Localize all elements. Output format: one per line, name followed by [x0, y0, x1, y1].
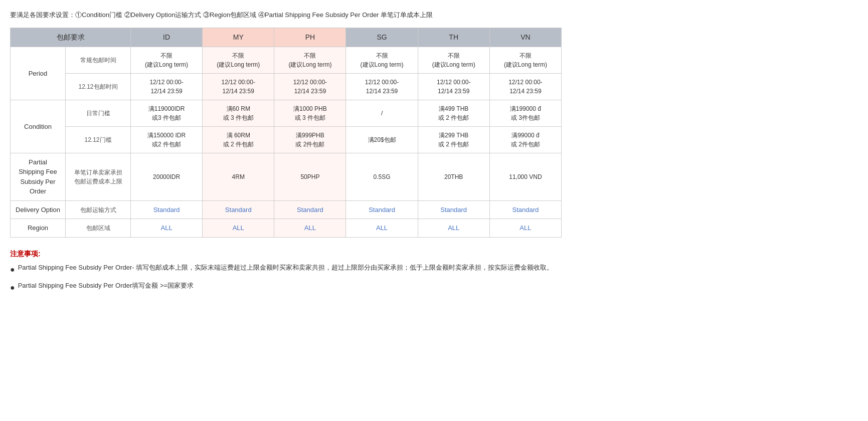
note-text: Partial Shipping Fee Subsidy Per Order- … — [18, 263, 554, 273]
bullet-icon: ● — [10, 281, 15, 294]
row-value-th: Standard — [418, 200, 489, 219]
row-value-sg: 0.5SG — [346, 153, 418, 200]
notes-title: 注意事项: — [10, 250, 562, 259]
notes-list: ●Partial Shipping Fee Subsidy Per Order-… — [10, 263, 562, 294]
bullet-icon: ● — [10, 263, 15, 276]
table-row: 12.12门槛满150000 IDR 或2 件包邮满 60RM 或 2 件包邮满… — [11, 126, 562, 153]
header-col-label: 包邮要求 — [11, 28, 131, 47]
row-value-th: 满499 THB 或 2 件包邮 — [418, 100, 489, 126]
row-value-my: Standard — [203, 200, 274, 219]
row-main-label: Region — [11, 219, 66, 238]
row-value-th: 12/12 00:00- 12/14 23:59 — [418, 73, 489, 100]
row-value-ph: Standard — [274, 200, 346, 219]
row-main-label: Period — [11, 47, 66, 100]
notes-item: ●Partial Shipping Fee Subsidy Per Order-… — [10, 263, 562, 276]
row-value-th: 满299 THB 或 2 件包邮 — [418, 126, 489, 153]
table-row: Partial Shipping Fee Subsidy Per Order单笔… — [11, 153, 562, 200]
row-main-label: Delivery Option — [11, 200, 66, 219]
table-row: Condition日常门槛满119000IDR 或3 件包邮满60 RM 或 3… — [11, 100, 562, 126]
row-value-sg: 满20$包邮 — [346, 126, 418, 153]
row-value-sg: / — [346, 100, 418, 126]
row-value-vn: Standard — [489, 200, 561, 219]
row-sub-label: 单笔订单卖家承担 包邮运费成本上限 — [66, 153, 131, 200]
header-col-vn: VN — [489, 28, 561, 47]
row-value-th: ALL — [418, 219, 489, 238]
table-row: Region包邮区域ALLALLALLALLALLALL — [11, 219, 562, 238]
header-col-id: ID — [131, 28, 203, 47]
row-value-vn: 12/12 00:00- 12/14 23:59 — [489, 73, 561, 100]
row-value-ph: 不限 (建议Long term) — [274, 47, 346, 73]
row-sub-label: 常规包邮时间 — [66, 47, 131, 73]
notes-section: 注意事项: ●Partial Shipping Fee Subsidy Per … — [10, 250, 562, 294]
row-value-id: 12/12 00:00- 12/14 23:59 — [131, 73, 203, 100]
row-sub-label: 12.12门槛 — [66, 126, 131, 153]
row-value-vn: 满199000 đ 或 3件包邮 — [489, 100, 561, 126]
intro-text: 要满足各国要求设置：①Condition门槛 ②Delivery Option运… — [10, 10, 858, 21]
row-value-my: 满 60RM 或 2 件包邮 — [203, 126, 274, 153]
row-main-label: Partial Shipping Fee Subsidy Per Order — [11, 153, 66, 200]
row-value-ph: 满999PHB 或 2件包邮 — [274, 126, 346, 153]
row-value-id: 满119000IDR 或3 件包邮 — [131, 100, 203, 126]
row-value-vn: 不限 (建议Long term) — [489, 47, 561, 73]
row-value-id: ALL — [131, 219, 203, 238]
table-body: Period常规包邮时间不限 (建议Long term)不限 (建议Long t… — [11, 47, 562, 237]
row-value-ph: 50PHP — [274, 153, 346, 200]
row-value-sg: ALL — [346, 219, 418, 238]
row-sub-label: 包邮运输方式 — [66, 200, 131, 219]
table-row: Period常规包邮时间不限 (建议Long term)不限 (建议Long t… — [11, 47, 562, 73]
row-value-th: 20THB — [418, 153, 489, 200]
row-value-id: 不限 (建议Long term) — [131, 47, 203, 73]
header-col-th: TH — [418, 28, 489, 47]
row-value-sg: 12/12 00:00- 12/14 23:59 — [346, 73, 418, 100]
row-value-th: 不限 (建议Long term) — [418, 47, 489, 73]
row-sub-label: 包邮区域 — [66, 219, 131, 238]
row-value-my: 4RM — [203, 153, 274, 200]
row-value-my: 不限 (建议Long term) — [203, 47, 274, 73]
notes-item: ●Partial Shipping Fee Subsidy Per Order填… — [10, 281, 562, 294]
row-value-sg: 不限 (建议Long term) — [346, 47, 418, 73]
row-value-id: 20000IDR — [131, 153, 203, 200]
row-value-vn: ALL — [489, 219, 561, 238]
table-row: Delivery Option包邮运输方式StandardStandardSta… — [11, 200, 562, 219]
row-value-sg: Standard — [346, 200, 418, 219]
row-value-id: 满150000 IDR 或2 件包邮 — [131, 126, 203, 153]
row-main-label: Condition — [11, 100, 66, 153]
note-text: Partial Shipping Fee Subsidy Per Order填写… — [18, 281, 194, 291]
shipping-requirements-table: 包邮要求 ID MY PH SG TH VN Period常规包邮时间不限 (建… — [10, 28, 562, 238]
header-col-sg: SG — [346, 28, 418, 47]
row-value-id: Standard — [131, 200, 203, 219]
row-value-my: ALL — [203, 219, 274, 238]
row-value-my: 12/12 00:00- 12/14 23:59 — [203, 73, 274, 100]
row-value-vn: 11,000 VND — [489, 153, 561, 200]
row-value-ph: 满1000 PHB 或 3 件包邮 — [274, 100, 346, 126]
row-value-my: 满60 RM 或 3 件包邮 — [203, 100, 274, 126]
row-value-ph: 12/12 00:00- 12/14 23:59 — [274, 73, 346, 100]
table-row: 12.12包邮时间12/12 00:00- 12/14 23:5912/12 0… — [11, 73, 562, 100]
row-sub-label: 日常门槛 — [66, 100, 131, 126]
header-col-my: MY — [203, 28, 274, 47]
row-value-vn: 满99000 đ 或 2件包邮 — [489, 126, 561, 153]
row-value-ph: ALL — [274, 219, 346, 238]
table-header-row: 包邮要求 ID MY PH SG TH VN — [11, 28, 562, 47]
header-col-ph: PH — [274, 28, 346, 47]
row-sub-label: 12.12包邮时间 — [66, 73, 131, 100]
